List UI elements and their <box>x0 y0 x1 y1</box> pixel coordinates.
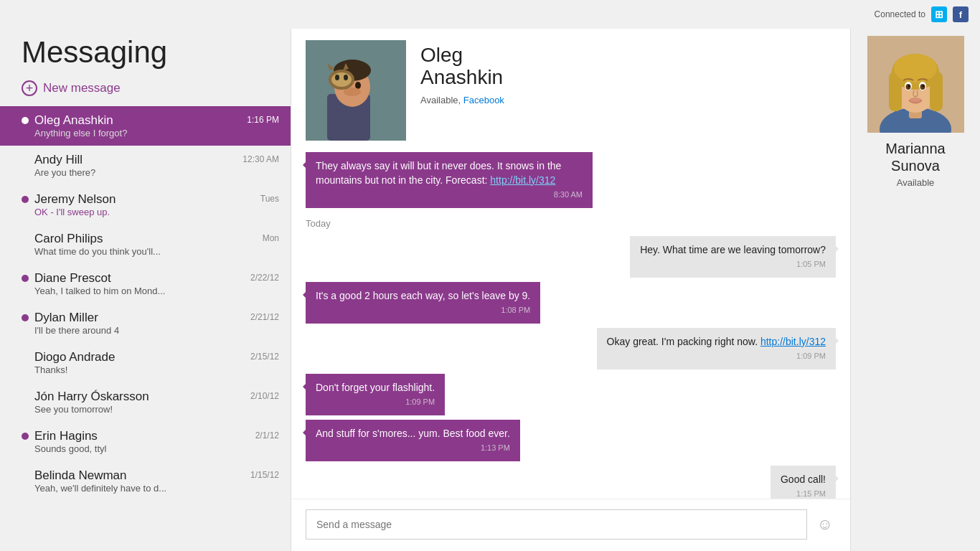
svg-point-6 <box>355 82 361 89</box>
app-title: Messaging <box>0 36 291 76</box>
contact-preview: Sounds good, ttyl <box>34 443 250 454</box>
chat-contact-status: Available, Facebook <box>420 95 504 105</box>
message-bubble: And stuff for s'mores... yum. Best food … <box>306 420 520 461</box>
sidebar: Messaging + New message Oleg AnashkinAny… <box>0 29 291 551</box>
contact-name: Carol Philips <box>34 232 257 246</box>
message-input[interactable] <box>306 509 807 540</box>
unread-dot <box>22 433 29 440</box>
contact-preview: Thanks! <box>34 364 245 375</box>
profile-panel: Marianna Sunova Available <box>851 29 980 551</box>
message-bubble: Okay great. I'm packing right now. http:… <box>597 328 836 369</box>
windows-icon[interactable]: ⊞ <box>931 6 947 22</box>
contact-list: Oleg AnashkinAnything else I forgot?1:16… <box>0 106 291 551</box>
contact-time: 2/22/12 <box>250 271 279 283</box>
contact-name: Erin Hagins <box>34 429 250 443</box>
svg-point-22 <box>894 54 937 83</box>
message-bubble: Don't forget your flashlight.1:09 PM <box>306 374 445 415</box>
contact-time: 2/1/12 <box>255 429 279 441</box>
contact-time: 12:30 AM <box>242 153 279 164</box>
message-row: Hey. What time are we leaving tomorrow?1… <box>306 236 836 278</box>
contact-name: Diane Prescot <box>34 271 245 286</box>
contact-item[interactable]: Erin HaginsSounds good, ttyl2/1/12 <box>0 422 291 461</box>
facebook-icon[interactable]: f <box>953 6 969 22</box>
contact-time: 2/21/12 <box>250 311 279 322</box>
unread-dot <box>22 314 29 321</box>
contact-name: Jeremy Nelson <box>34 192 255 207</box>
contact-name: Jón Harry Óskarsson <box>34 390 245 404</box>
contact-name: Diogo Andrade <box>34 350 245 364</box>
contact-item[interactable]: Belinda NewmanYeah, we'll definitely hav… <box>0 461 291 501</box>
contact-item[interactable]: Carol PhilipsWhat time do you think you'… <box>0 225 291 264</box>
message-bubble: It's a good 2 hours each way, so let's l… <box>306 282 540 324</box>
contact-preview: What time do you think you'll... <box>34 246 257 257</box>
profile-photo <box>867 36 964 133</box>
unread-dot <box>22 275 29 282</box>
chat-network-link[interactable]: Facebook <box>463 95 504 105</box>
chat-avatar <box>306 40 406 141</box>
message-row: And stuff for s'mores... yum. Best food … <box>306 420 836 461</box>
svg-point-28 <box>922 85 924 88</box>
svg-point-27 <box>908 85 910 88</box>
contact-time: 2/10/12 <box>250 390 279 401</box>
message-link[interactable]: http://bit.ly/312 <box>490 174 555 186</box>
contact-time: 1/15/12 <box>250 468 279 480</box>
contact-time: Mon <box>263 232 279 243</box>
contact-name: Andy Hill <box>34 153 237 167</box>
contact-name: Dylan Miller <box>34 311 245 325</box>
message-input-area: ☺ <box>291 499 850 551</box>
top-bar: Connected to ⊞ f <box>0 0 980 29</box>
contact-item[interactable]: Diogo AndradeThanks!2/15/12 <box>0 343 291 382</box>
contact-preview: Yeah, I talked to him on Mond... <box>34 286 245 296</box>
message-bubble: They always say it will but it never doe… <box>306 152 593 208</box>
new-message-button[interactable]: + New message <box>0 76 291 106</box>
chat-area: Oleg Anashkin Available, Facebook They a… <box>291 29 851 551</box>
contact-preview: Yeah, we'll definitely have to d... <box>34 483 245 494</box>
unread-dot <box>22 196 29 203</box>
message-row: Okay great. I'm packing right now. http:… <box>306 328 836 369</box>
messages-container: They always say it will but it never doe… <box>291 152 850 499</box>
svg-point-13 <box>344 75 348 80</box>
contact-item[interactable]: Oleg AnashkinAnything else I forgot?1:16… <box>0 106 291 146</box>
connected-label: Connected to <box>875 9 925 19</box>
contact-item[interactable]: Jón Harry ÓskarssonSee you tomorrow!2/10… <box>0 382 291 422</box>
message-row: They always say it will but it never doe… <box>306 152 836 208</box>
unread-dot <box>22 117 29 124</box>
contact-item[interactable]: Andy HillAre you there?12:30 AM <box>0 146 291 185</box>
contact-preview: OK - I'll sweep up. <box>34 207 255 217</box>
contact-item[interactable]: Jeremy NelsonOK - I'll sweep up.Tues <box>0 185 291 225</box>
new-message-icon: + <box>22 80 37 96</box>
message-link[interactable]: http://bit.ly/312 <box>760 336 826 347</box>
svg-point-12 <box>335 75 339 80</box>
contact-time: 2/15/12 <box>250 350 279 362</box>
contact-preview: I'll be there around 4 <box>34 325 245 336</box>
contact-preview: Anything else I forgot? <box>34 128 241 138</box>
contact-name: Belinda Newman <box>34 468 245 483</box>
chat-contact-name: Oleg Anashkin <box>420 44 504 89</box>
contact-preview: See you tomorrow! <box>34 404 245 415</box>
message-row: Don't forget your flashlight.1:09 PM <box>306 374 836 415</box>
message-bubble: Hey. What time are we leaving tomorrow?1… <box>630 236 836 278</box>
contact-time: Tues <box>260 192 279 204</box>
message-row: Good call!1:15 PM <box>306 466 836 499</box>
message-bubble: Good call!1:15 PM <box>771 466 836 499</box>
svg-point-11 <box>331 72 352 87</box>
new-message-label: New message <box>43 81 121 95</box>
profile-name: Marianna Sunova <box>878 140 952 174</box>
chat-header: Oleg Anashkin Available, Facebook <box>291 29 850 152</box>
contact-preview: Are you there? <box>34 167 237 178</box>
contact-item[interactable]: Diane PrescotYeah, I talked to him on Mo… <box>0 264 291 303</box>
svg-rect-21 <box>930 72 943 111</box>
message-row: It's a good 2 hours each way, so let's l… <box>306 282 836 324</box>
svg-point-29 <box>909 98 922 103</box>
date-separator: Today <box>306 218 836 229</box>
profile-status: Available <box>897 177 935 188</box>
main-layout: Messaging + New message Oleg AnashkinAny… <box>0 29 980 551</box>
contact-time: 1:16 PM <box>247 113 279 125</box>
contact-name: Oleg Anashkin <box>34 113 241 128</box>
emoji-button[interactable]: ☺ <box>814 512 836 537</box>
chat-profile-info: Oleg Anashkin Available, Facebook <box>420 40 504 105</box>
contact-item[interactable]: Dylan MillerI'll be there around 42/21/1… <box>0 303 291 343</box>
